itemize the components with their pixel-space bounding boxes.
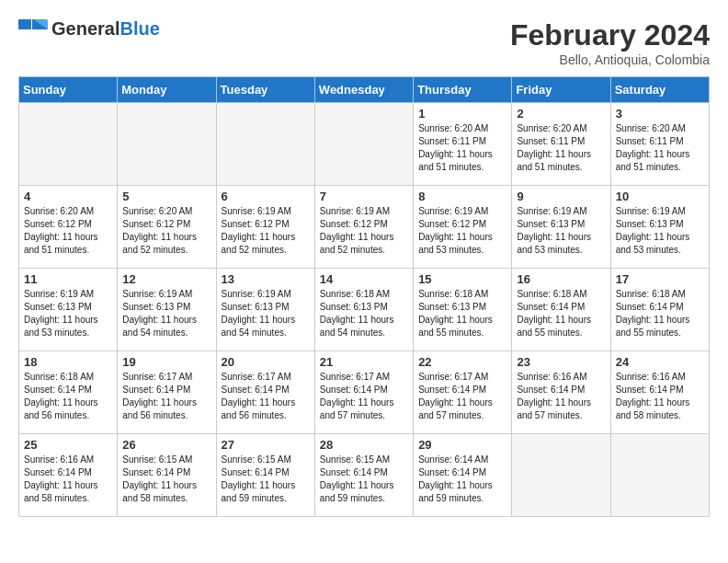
day-number: 11: [24, 272, 112, 286]
day-info: Sunrise: 6:20 AM Sunset: 6:11 PM Dayligh…: [616, 122, 704, 174]
day-info: Sunrise: 6:17 AM Sunset: 6:14 PM Dayligh…: [222, 371, 310, 422]
week-row-1: 4Sunrise: 6:20 AM Sunset: 6:12 PM Daylig…: [19, 186, 710, 269]
calendar-cell: 14Sunrise: 6:18 AM Sunset: 6:13 PM Dayli…: [314, 269, 413, 351]
day-number: 3: [616, 107, 704, 121]
day-info: Sunrise: 6:19 AM Sunset: 6:13 PM Dayligh…: [517, 205, 605, 257]
day-number: 21: [320, 355, 408, 369]
week-row-4: 25Sunrise: 6:16 AM Sunset: 6:14 PM Dayli…: [19, 434, 710, 517]
day-info: Sunrise: 6:18 AM Sunset: 6:13 PM Dayligh…: [320, 288, 408, 339]
calendar-cell: 26Sunrise: 6:15 AM Sunset: 6:14 PM Dayli…: [118, 434, 216, 517]
calendar-cell: 27Sunrise: 6:15 AM Sunset: 6:14 PM Dayli…: [216, 434, 314, 517]
day-info: Sunrise: 6:19 AM Sunset: 6:13 PM Dayligh…: [222, 288, 310, 339]
day-info: Sunrise: 6:20 AM Sunset: 6:11 PM Dayligh…: [517, 122, 605, 174]
day-number: 6: [222, 190, 310, 203]
calendar-cell: 19Sunrise: 6:17 AM Sunset: 6:14 PM Dayli…: [118, 351, 216, 434]
day-number: 16: [517, 272, 605, 286]
calendar-cell: 7Sunrise: 6:19 AM Sunset: 6:12 PM Daylig…: [314, 186, 413, 269]
day-number: 15: [418, 272, 506, 286]
page-header: GeneralBlue February 2024 Bello, Antioqu…: [18, 18, 710, 67]
calendar-cell: [19, 103, 118, 186]
day-info: Sunrise: 6:17 AM Sunset: 6:14 PM Dayligh…: [320, 371, 408, 422]
calendar-cell: 22Sunrise: 6:17 AM Sunset: 6:14 PM Dayli…: [414, 351, 512, 434]
day-number: 24: [616, 355, 704, 369]
day-info: Sunrise: 6:15 AM Sunset: 6:14 PM Dayligh…: [122, 454, 210, 505]
logo: GeneralBlue: [18, 18, 160, 40]
svg-rect-0: [18, 19, 31, 29]
day-number: 13: [222, 272, 310, 286]
calendar-cell: 8Sunrise: 6:19 AM Sunset: 6:12 PM Daylig…: [414, 186, 512, 269]
calendar-cell: 10Sunrise: 6:19 AM Sunset: 6:13 PM Dayli…: [610, 186, 709, 269]
calendar-cell: 17Sunrise: 6:18 AM Sunset: 6:14 PM Dayli…: [610, 269, 709, 351]
calendar-cell: 23Sunrise: 6:16 AM Sunset: 6:14 PM Dayli…: [512, 351, 610, 434]
day-number: 23: [517, 355, 605, 369]
logo-icon: [18, 19, 48, 40]
day-info: Sunrise: 6:19 AM Sunset: 6:13 PM Dayligh…: [122, 288, 210, 339]
day-number: 1: [418, 107, 506, 121]
day-number: 17: [616, 272, 704, 286]
calendar-cell: 29Sunrise: 6:14 AM Sunset: 6:14 PM Dayli…: [414, 434, 512, 517]
day-number: 2: [517, 107, 605, 121]
calendar-cell: 4Sunrise: 6:20 AM Sunset: 6:12 PM Daylig…: [19, 186, 118, 269]
day-info: Sunrise: 6:18 AM Sunset: 6:14 PM Dayligh…: [24, 371, 112, 422]
day-number: 4: [24, 190, 112, 203]
calendar-cell: 20Sunrise: 6:17 AM Sunset: 6:14 PM Dayli…: [216, 351, 314, 434]
day-info: Sunrise: 6:19 AM Sunset: 6:12 PM Dayligh…: [418, 205, 506, 257]
day-number: 28: [320, 438, 408, 452]
calendar-cell: 5Sunrise: 6:20 AM Sunset: 6:12 PM Daylig…: [118, 186, 216, 269]
calendar-cell: 18Sunrise: 6:18 AM Sunset: 6:14 PM Dayli…: [19, 351, 118, 434]
calendar-cell: 11Sunrise: 6:19 AM Sunset: 6:13 PM Dayli…: [19, 269, 118, 351]
calendar-cell: 6Sunrise: 6:19 AM Sunset: 6:12 PM Daylig…: [216, 186, 314, 269]
weekday-header-friday: Friday: [512, 77, 610, 103]
day-info: Sunrise: 6:19 AM Sunset: 6:12 PM Dayligh…: [222, 205, 310, 257]
weekday-header-row: SundayMondayTuesdayWednesdayThursdayFrid…: [19, 77, 710, 103]
day-number: 22: [418, 355, 506, 369]
day-info: Sunrise: 6:17 AM Sunset: 6:14 PM Dayligh…: [418, 371, 506, 422]
day-info: Sunrise: 6:20 AM Sunset: 6:12 PM Dayligh…: [122, 205, 210, 257]
location: Bello, Antioquia, Colombia: [510, 52, 710, 67]
weekday-header-sunday: Sunday: [19, 77, 118, 103]
day-number: 5: [122, 190, 210, 203]
day-number: 26: [122, 438, 210, 452]
day-number: 19: [122, 355, 210, 369]
day-info: Sunrise: 6:16 AM Sunset: 6:14 PM Dayligh…: [24, 454, 112, 505]
calendar-cell: 28Sunrise: 6:15 AM Sunset: 6:14 PM Dayli…: [314, 434, 413, 517]
week-row-0: 1Sunrise: 6:20 AM Sunset: 6:11 PM Daylig…: [19, 103, 710, 186]
calendar-cell: 9Sunrise: 6:19 AM Sunset: 6:13 PM Daylig…: [512, 186, 610, 269]
day-info: Sunrise: 6:15 AM Sunset: 6:14 PM Dayligh…: [222, 454, 310, 505]
calendar-cell: [216, 103, 314, 186]
calendar-cell: 21Sunrise: 6:17 AM Sunset: 6:14 PM Dayli…: [314, 351, 413, 434]
calendar-cell: 3Sunrise: 6:20 AM Sunset: 6:11 PM Daylig…: [610, 103, 709, 186]
day-info: Sunrise: 6:18 AM Sunset: 6:14 PM Dayligh…: [517, 288, 605, 339]
calendar-cell: 25Sunrise: 6:16 AM Sunset: 6:14 PM Dayli…: [19, 434, 118, 517]
day-number: 7: [320, 190, 408, 203]
day-number: 8: [418, 190, 506, 203]
day-info: Sunrise: 6:19 AM Sunset: 6:13 PM Dayligh…: [616, 205, 704, 257]
calendar-cell: 15Sunrise: 6:18 AM Sunset: 6:13 PM Dayli…: [414, 269, 512, 351]
day-number: 25: [24, 438, 112, 452]
calendar-cell: 13Sunrise: 6:19 AM Sunset: 6:13 PM Dayli…: [216, 269, 314, 351]
calendar-cell: [118, 103, 216, 186]
day-info: Sunrise: 6:15 AM Sunset: 6:14 PM Dayligh…: [320, 454, 408, 505]
calendar-cell: 2Sunrise: 6:20 AM Sunset: 6:11 PM Daylig…: [512, 103, 610, 186]
weekday-header-tuesday: Tuesday: [216, 77, 314, 103]
day-number: 14: [320, 272, 408, 286]
weekday-header-wednesday: Wednesday: [314, 77, 413, 103]
title-block: February 2024 Bello, Antioquia, Colombia: [510, 18, 710, 67]
weekday-header-thursday: Thursday: [414, 77, 512, 103]
day-info: Sunrise: 6:20 AM Sunset: 6:12 PM Dayligh…: [24, 205, 112, 257]
calendar-cell: 24Sunrise: 6:16 AM Sunset: 6:14 PM Dayli…: [610, 351, 709, 434]
week-row-3: 18Sunrise: 6:18 AM Sunset: 6:14 PM Dayli…: [19, 351, 710, 434]
logo-general: General: [51, 18, 119, 39]
day-number: 10: [616, 190, 704, 203]
day-number: 9: [517, 190, 605, 203]
calendar-cell: [610, 434, 709, 517]
calendar-cell: [314, 103, 413, 186]
week-row-2: 11Sunrise: 6:19 AM Sunset: 6:13 PM Dayli…: [19, 269, 710, 351]
day-number: 20: [222, 355, 310, 369]
day-number: 12: [122, 272, 210, 286]
day-number: 27: [222, 438, 310, 452]
day-info: Sunrise: 6:16 AM Sunset: 6:14 PM Dayligh…: [517, 371, 605, 422]
day-number: 18: [24, 355, 112, 369]
weekday-header-saturday: Saturday: [610, 77, 709, 103]
calendar-cell: 12Sunrise: 6:19 AM Sunset: 6:13 PM Dayli…: [118, 269, 216, 351]
